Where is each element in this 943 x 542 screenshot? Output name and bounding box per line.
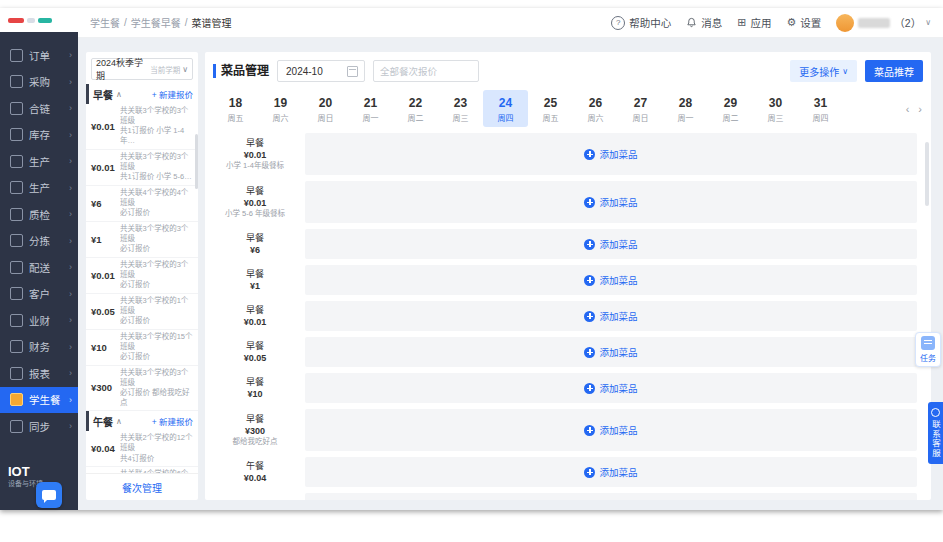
- sidebar-item-procurement[interactable]: 采购›: [0, 69, 78, 96]
- sidebar-item-business-finance[interactable]: 业财›: [0, 307, 78, 334]
- contact-support-tab[interactable]: 联系客服: [928, 402, 943, 464]
- plus-icon: [584, 197, 595, 208]
- breakfast-section-header: 早餐 ∧ + 新建报价: [86, 84, 198, 104]
- collapse-icon[interactable]: ∧: [116, 90, 122, 99]
- calendar-day-19[interactable]: 19周六: [258, 90, 303, 127]
- sidebar-item-production[interactable]: 生产›: [0, 148, 78, 175]
- calendar-day-20[interactable]: 20周日: [303, 90, 348, 127]
- sidebar-item-inventory[interactable]: 库存›: [0, 122, 78, 149]
- quote-item[interactable]: ¥1共关联3个学校的3个班级必订报价: [86, 222, 198, 258]
- calendar-day-21[interactable]: 21周一: [348, 90, 393, 127]
- add-dish-button[interactable]: 添加菜品: [584, 465, 637, 479]
- calendar-day-28[interactable]: 28周一: [663, 90, 708, 127]
- calendar-day-30[interactable]: 30周三: [753, 90, 798, 127]
- logo-dash-gray: [27, 18, 35, 23]
- quote-item[interactable]: ¥15共关联4个学校的6个班级共1订报价: [86, 467, 198, 473]
- plus-icon: [584, 467, 595, 478]
- quote-filter-input[interactable]: [373, 60, 479, 82]
- add-dish-button[interactable]: 添加菜品: [584, 195, 637, 209]
- dish-recommend-button[interactable]: 菜品推荐: [865, 60, 923, 82]
- calendar-day-29[interactable]: 29周二: [708, 90, 753, 127]
- sidebar-item-student-meals[interactable]: 学生餐›: [0, 387, 78, 414]
- sidebar-item-sync[interactable]: 同步›: [0, 413, 78, 440]
- meal-row-label: 午餐¥0.04: [205, 457, 305, 487]
- main-scrollbar[interactable]: [925, 142, 929, 206]
- breadcrumb-item[interactable]: 学生餐: [90, 15, 120, 30]
- calendar-day-23[interactable]: 23周三: [438, 90, 483, 127]
- quote-item[interactable]: ¥0.01共关联3个学校的3个班级必订报价: [86, 258, 198, 294]
- quote-item[interactable]: ¥300共关联3个学校的3个班级必订报价 都给我吃好点: [86, 366, 198, 412]
- calendar-next-button[interactable]: ›: [918, 103, 922, 115]
- month-picker[interactable]: [277, 60, 365, 82]
- new-quote-button[interactable]: + 新建报价: [152, 415, 193, 427]
- sidebar-item-orders[interactable]: 订单›: [0, 42, 78, 69]
- sidebar-item-reports[interactable]: 报表›: [0, 360, 78, 387]
- quote-item[interactable]: ¥0.04共关联2个学校的12个班级共4订报价: [86, 431, 198, 467]
- quote-price: ¥1: [91, 234, 116, 245]
- chevron-right-icon: ›: [69, 342, 72, 352]
- plus-icon: [584, 347, 595, 358]
- sidebar-item-customers[interactable]: 客户›: [0, 281, 78, 308]
- calendar-day-18[interactable]: 18周五: [213, 90, 258, 127]
- sidebar-item-chain[interactable]: 合链›: [0, 95, 78, 122]
- chat-support-button[interactable]: [36, 482, 62, 508]
- calendar-day-27[interactable]: 27周日: [618, 90, 663, 127]
- quote-price: ¥0.04: [91, 443, 116, 454]
- user-menu[interactable]: （2） ∨: [836, 14, 931, 32]
- messages-button[interactable]: 消息: [686, 15, 722, 30]
- quote-price: ¥0.05: [91, 306, 116, 317]
- quote-item[interactable]: ¥10共关联3个学校的15个班级必订报价: [86, 330, 198, 366]
- meal-row-label: 早餐¥10: [205, 373, 305, 403]
- plus-icon: [584, 425, 595, 436]
- calendar-day-26[interactable]: 26周六: [573, 90, 618, 127]
- calendar-day-31[interactable]: 31周四: [798, 90, 843, 127]
- semester-select[interactable]: 2024秋季学期 当前学期 ∨: [91, 58, 193, 80]
- section-title: 早餐: [93, 87, 113, 102]
- calendar-day-24-selected[interactable]: 24周四: [483, 90, 528, 127]
- calendar-day-25[interactable]: 25周五: [528, 90, 573, 127]
- delivery-icon: [10, 261, 23, 274]
- meal-row: 午餐添加菜品: [205, 493, 917, 500]
- help-icon: ?: [611, 16, 625, 30]
- task-float-tab[interactable]: 任务: [915, 332, 941, 367]
- sidebar-item-sorting[interactable]: 分拣›: [0, 228, 78, 255]
- quote-item[interactable]: ¥6共关联4个学校的4个班级必订报价: [86, 186, 198, 222]
- new-quote-button[interactable]: + 新建报价: [152, 88, 193, 100]
- meal-times-manage-button[interactable]: 餐次管理: [86, 473, 198, 500]
- sidebar-item-delivery[interactable]: 配送›: [0, 254, 78, 281]
- meal-row-label: 早餐¥6: [205, 229, 305, 259]
- chain-icon: [10, 102, 23, 115]
- add-dish-button[interactable]: 添加菜品: [584, 381, 637, 395]
- sidebar-item-production-2[interactable]: 生产›: [0, 175, 78, 202]
- quote-price: ¥0.01: [91, 121, 116, 132]
- sidebar-item-quality-check[interactable]: 质检›: [0, 201, 78, 228]
- breadcrumb-current: 菜谱管理: [192, 15, 232, 30]
- sorting-icon: [10, 234, 23, 247]
- chevron-down-icon: ∨: [182, 65, 188, 74]
- more-actions-button[interactable]: 更多操作 ∨: [790, 60, 857, 82]
- add-dish-button[interactable]: 添加菜品: [584, 147, 637, 161]
- finance-icon: [10, 340, 23, 353]
- calendar-day-22[interactable]: 22周二: [393, 90, 438, 127]
- quote-item[interactable]: ¥0.05共关联3个学校的1个班级必订报价: [86, 294, 198, 330]
- add-dish-button[interactable]: 添加菜品: [584, 423, 637, 437]
- apps-button[interactable]: ⊞ 应用: [737, 15, 771, 30]
- breadcrumb-item[interactable]: 学生餐早餐: [131, 15, 181, 30]
- add-dish-button[interactable]: 添加菜品: [584, 237, 637, 251]
- sidebar-item-finance[interactable]: 财务›: [0, 334, 78, 361]
- sidebar-item-label: 同步: [29, 419, 63, 434]
- add-dish-button[interactable]: 添加菜品: [584, 309, 637, 323]
- add-dish-button[interactable]: 添加菜品: [584, 273, 637, 287]
- quote-item[interactable]: ¥0.01共关联3个学校的3个班级共1订报价 小学 5-6…: [86, 150, 198, 186]
- month-input[interactable]: [284, 65, 340, 78]
- quote-item[interactable]: ¥0.01共关联3个学校的3个班级共1订报价 小学 1-4年…: [86, 104, 198, 150]
- collapse-icon[interactable]: ∧: [116, 417, 122, 426]
- chevron-right-icon: ›: [69, 368, 72, 378]
- meal-row-slot: 添加菜品: [305, 181, 917, 223]
- calendar-prev-button[interactable]: ‹: [906, 103, 910, 115]
- quotes-scrollbar[interactable]: [195, 134, 198, 189]
- settings-button[interactable]: ⚙ 设置: [786, 15, 821, 30]
- add-dish-button[interactable]: 添加菜品: [584, 345, 637, 359]
- help-center-button[interactable]: ? 帮助中心: [611, 15, 671, 30]
- sidebar-item-label: 质检: [29, 207, 63, 222]
